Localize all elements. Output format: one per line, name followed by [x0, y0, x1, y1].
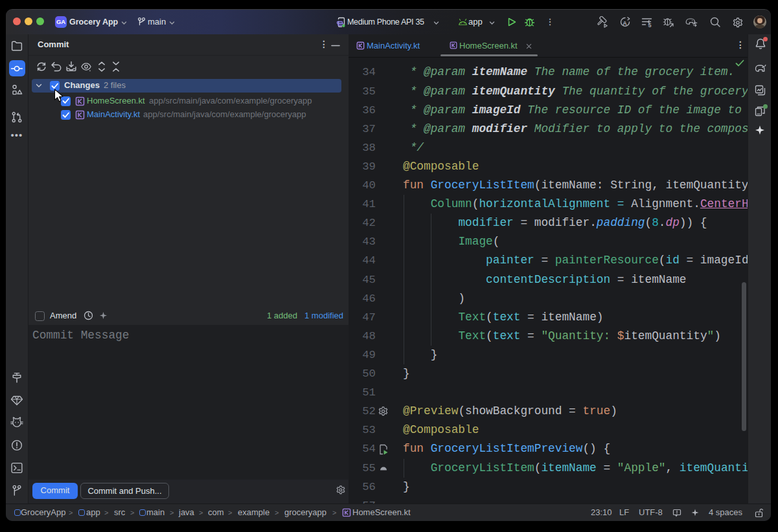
svg-text:5: 5 [648, 22, 651, 28]
svg-text:A: A [623, 20, 627, 27]
